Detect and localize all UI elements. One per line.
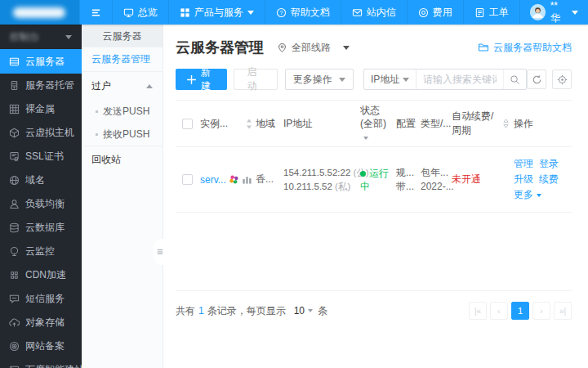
action-upgrade[interactable]: 升级 bbox=[514, 172, 533, 187]
submenu-transfer[interactable]: 过户 bbox=[82, 72, 163, 100]
submenu-send-push[interactable]: 发送PUSH bbox=[82, 100, 163, 123]
nav-billing[interactable]: 费用 bbox=[407, 0, 463, 25]
action-more[interactable]: 更多 bbox=[514, 187, 541, 203]
bullet-icon bbox=[96, 110, 98, 113]
secondary-sidebar: 云服务器 云服务器管理过户发送PUSH接收PUSH回收站 bbox=[82, 25, 163, 368]
pagination: |«‹1›»| bbox=[469, 302, 572, 320]
region-cell: 香... bbox=[254, 173, 282, 186]
col-status-filter[interactable]: 状态 (全部) bbox=[359, 104, 394, 143]
row-checkbox[interactable] bbox=[182, 174, 193, 185]
refresh-button[interactable] bbox=[527, 70, 546, 89]
brand-logo[interactable] bbox=[0, 0, 79, 25]
search-field-dropdown[interactable]: IP地址 bbox=[364, 70, 416, 89]
location-pin-icon bbox=[277, 43, 287, 53]
select-all-checkbox[interactable] bbox=[182, 119, 193, 129]
col-actions: 操作 bbox=[510, 116, 572, 132]
col-region[interactable]: 地域 bbox=[254, 117, 282, 131]
page-size-dropdown[interactable]: 10 bbox=[294, 305, 313, 316]
nav-messages[interactable]: 站内信 bbox=[341, 0, 407, 25]
status-cell: 运行中 bbox=[359, 167, 394, 193]
action-login[interactable]: 登录 bbox=[539, 156, 559, 172]
search-input[interactable] bbox=[416, 74, 503, 85]
fee-icon bbox=[418, 7, 429, 18]
monitoring-chart-icon[interactable] bbox=[242, 174, 252, 185]
grid-icon bbox=[180, 7, 190, 18]
instance-table: 实例... 地域 IP地址 状态 (全部) 配置 类型/... 自动续费/周期 … bbox=[176, 100, 572, 213]
col-type[interactable]: 类型/... bbox=[419, 117, 450, 131]
sidebar-collapse-button[interactable] bbox=[79, 0, 112, 25]
col-config[interactable]: 配置 bbox=[394, 117, 419, 131]
user-menu[interactable]: **华 bbox=[519, 0, 588, 25]
sms-icon bbox=[9, 294, 20, 304]
sidebar-item-cloud-monitor[interactable]: 云监控 bbox=[0, 240, 82, 263]
sidebar-item-website-beian[interactable]: 网站备案 bbox=[0, 334, 82, 358]
plus-icon bbox=[186, 74, 197, 85]
sidebar-item-cloud-vhost[interactable]: 云虚拟主机 bbox=[0, 121, 82, 145]
line-filter-value: 全部线路 bbox=[292, 41, 331, 55]
status-dot-icon bbox=[360, 171, 366, 177]
more-actions-dropdown[interactable]: 更多操作 bbox=[285, 69, 354, 90]
nav-overview[interactable]: 总览 bbox=[112, 0, 168, 25]
sitebuild-icon bbox=[9, 365, 20, 368]
search-button[interactable] bbox=[503, 70, 526, 89]
brand-logo-image bbox=[13, 7, 65, 18]
chevron-down-icon bbox=[308, 309, 313, 312]
action-manage[interactable]: 管理 bbox=[514, 156, 533, 172]
sidebar-item-cloud-database[interactable]: 云数据库 bbox=[0, 216, 82, 240]
storage-icon bbox=[9, 317, 20, 328]
ssl-icon bbox=[9, 151, 20, 162]
console-selector[interactable]: 控制台 bbox=[0, 25, 82, 49]
start-button[interactable]: 启动 bbox=[234, 69, 277, 90]
column-settings-button[interactable] bbox=[552, 70, 572, 89]
submenu-recycle-bin[interactable]: 回收站 bbox=[82, 146, 163, 173]
table-footer: 共有 1 条记录，每页显示 10 条 |«‹1›»| bbox=[176, 290, 572, 320]
action-renew[interactable]: 续费 bbox=[539, 172, 559, 187]
record-count: 1 bbox=[198, 305, 204, 316]
line-filter-dropdown[interactable]: 全部线路 bbox=[277, 41, 350, 55]
sidebar-item-cdn[interactable]: CDN加速 bbox=[0, 263, 82, 287]
user-avatar-icon bbox=[530, 4, 546, 20]
submenu-server-manage[interactable]: 云服务器管理 bbox=[82, 47, 163, 72]
hosting-icon bbox=[9, 80, 20, 91]
pager-prev[interactable]: ‹ bbox=[490, 302, 508, 320]
col-instance[interactable]: 实例... bbox=[200, 117, 228, 131]
sidebar-item-cloud-server[interactable]: 云服务器 bbox=[0, 49, 82, 74]
hamburger-icon bbox=[91, 7, 101, 18]
help-doc-link[interactable]: 云服务器帮助文档 bbox=[478, 41, 572, 55]
globe-icon bbox=[9, 175, 20, 186]
sidebar-item-load-balance[interactable]: 负载均衡 bbox=[0, 192, 82, 216]
ticket-icon bbox=[474, 7, 485, 18]
metal-icon bbox=[9, 104, 20, 114]
console-selector-label: 控制台 bbox=[10, 30, 39, 44]
pager-next[interactable]: › bbox=[532, 302, 550, 320]
sidebar-item-ssl-cert[interactable]: SSL证书 bbox=[0, 145, 82, 168]
sidebar-item-domain[interactable]: 域名 bbox=[0, 168, 82, 192]
col-renew[interactable]: 自动续费/周期 bbox=[450, 110, 510, 137]
pager-last[interactable]: »| bbox=[554, 302, 572, 320]
sidebar-item-bare-metal[interactable]: 裸金属 bbox=[0, 97, 82, 121]
nav-products[interactable]: 产品与服务 bbox=[168, 0, 265, 25]
pager-first[interactable]: |« bbox=[469, 302, 487, 320]
create-button[interactable]: 新建 bbox=[176, 69, 227, 90]
nav-tickets[interactable]: 工单 bbox=[463, 0, 519, 25]
instance-link[interactable]: serv... bbox=[200, 174, 226, 186]
sort-icon[interactable] bbox=[503, 119, 509, 128]
chevron-down-icon bbox=[363, 137, 368, 140]
pager-page-1[interactable]: 1 bbox=[511, 302, 529, 320]
sort-icon[interactable] bbox=[246, 119, 252, 129]
sidebar-item-object-storage[interactable]: 对象存储 bbox=[0, 311, 82, 334]
chevron-down-icon bbox=[65, 35, 72, 39]
sidebar-item-site-builder[interactable]: 百度智能建站 bbox=[0, 358, 82, 368]
vhost-icon bbox=[9, 128, 20, 138]
chevron-down-icon bbox=[247, 11, 254, 15]
col-ip[interactable]: IP地址 bbox=[282, 117, 359, 131]
renew-cell: 未开通 bbox=[450, 173, 510, 186]
nav-help-docs[interactable]: ?帮助文档 bbox=[265, 0, 341, 25]
ip-cell: 154.211.5.52:22 (公) 10.211.5.52 (私) bbox=[282, 166, 359, 194]
submenu-receive-push[interactable]: 接收PUSH bbox=[82, 123, 163, 146]
sidebar-item-sms[interactable]: 短信服务 bbox=[0, 287, 82, 311]
svg-text:?: ? bbox=[279, 10, 283, 16]
sidebar-item-server-hosting[interactable]: 服务器托管 bbox=[0, 74, 82, 97]
main-content: 云服务器管理 全部线路 云服务器帮助文档 新建 启动 更多操作 bbox=[163, 25, 588, 368]
page-title: 云服务器管理 bbox=[176, 38, 264, 57]
